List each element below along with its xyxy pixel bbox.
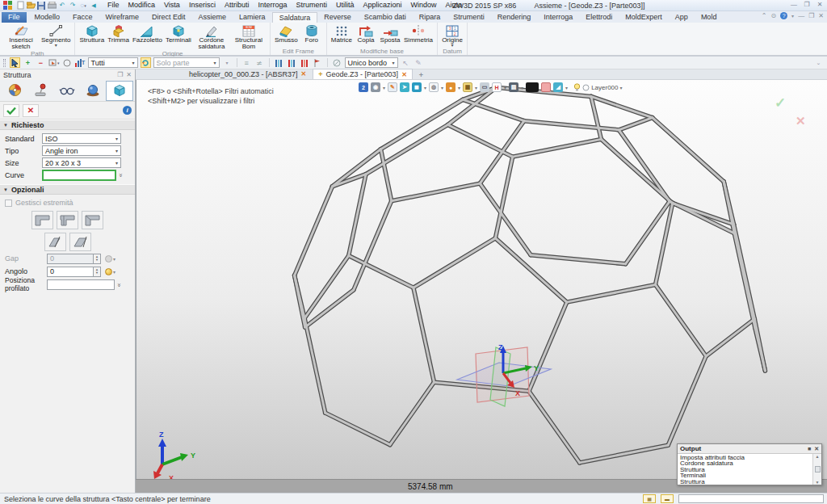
corner-butt-button[interactable]	[31, 211, 53, 229]
ribbon-tab-strumenti[interactable]: Strumenti	[447, 12, 491, 23]
origine-datum-button[interactable]: 312 Origine ▾	[440, 23, 464, 48]
output-stop-icon[interactable]: ■	[808, 446, 811, 452]
shade-cube-icon[interactable]: ◼	[412, 82, 422, 92]
cordone-saldatura-button[interactable]: Cordone saldatura	[193, 23, 230, 50]
size-select[interactable]: 20 x 20 x 3▾	[42, 158, 121, 168]
edge-mode-icon[interactable]	[332, 57, 342, 68]
ribbon-tab-app[interactable]: App	[669, 12, 695, 23]
collapse-ribbon-icon[interactable]: ⌃	[762, 12, 767, 19]
tab-close-icon[interactable]: ✕	[401, 71, 407, 78]
new-file-icon[interactable]	[15, 1, 25, 10]
ribbon-tab-interroga[interactable]: Interroga	[537, 12, 579, 23]
datum-planes[interactable]: Z Y X	[457, 343, 551, 406]
angolo-option-button[interactable]: ▾	[105, 268, 115, 275]
status-collapse-icon[interactable]: ▬	[661, 494, 674, 503]
camera-icon[interactable]: ◉	[371, 82, 380, 92]
menu-utilita[interactable]: Utilità	[332, 0, 359, 10]
ribbon-tab-mold[interactable]: Mold	[695, 12, 724, 23]
status-table-icon[interactable]: ▦	[643, 494, 656, 503]
end-trim-button[interactable]	[44, 233, 66, 251]
output-close-icon[interactable]: ✕	[814, 446, 819, 452]
simmetria-button[interactable]: Simmetria	[402, 23, 434, 44]
curve-expand-icon[interactable]: »	[117, 174, 124, 176]
hand-tool-icon[interactable]: ≄	[254, 57, 265, 68]
flag-icon[interactable]	[313, 57, 323, 68]
standard-select[interactable]: ISO▾	[42, 133, 121, 144]
trimma-button[interactable]: Trimma	[106, 23, 131, 44]
list-tool-icon[interactable]: ≡	[241, 57, 252, 68]
3d-viewport[interactable]: Z Y X Z Y X <F8> o <Shift+Rotella> Filtr…	[136, 80, 827, 479]
panel-dock-icon[interactable]: ❐	[117, 71, 123, 78]
ok-button[interactable]	[3, 104, 19, 117]
monitor-small-icon[interactable]: ▭	[480, 82, 489, 92]
posiziona-input[interactable]	[47, 279, 115, 290]
angolo-spinner[interactable]: ▲▼	[94, 267, 101, 277]
menu-inserisci[interactable]: Inserisci	[185, 0, 220, 10]
remove-selection-icon[interactable]: −	[36, 57, 46, 68]
scope-extra-caret-icon[interactable]: ▾	[222, 57, 233, 68]
select-cursor-icon[interactable]	[10, 57, 20, 68]
redline-icon[interactable]: ➤	[400, 82, 409, 92]
ribbon-tab-wireframe[interactable]: Wireframe	[99, 12, 146, 23]
scroll-down-icon[interactable]: ▼	[816, 480, 820, 485]
settings-icon[interactable]: ⊙	[770, 12, 776, 19]
ribbon-tab-ripara[interactable]: Ripara	[413, 12, 447, 23]
back-icon[interactable]: ◀	[89, 1, 99, 10]
ribbon-tab-file[interactable]: File	[2, 12, 27, 23]
new-tab-button[interactable]: +	[414, 71, 428, 79]
wireframe-globe-icon[interactable]: ◍	[429, 82, 439, 92]
layer-control[interactable]: Layer000 ▾	[573, 83, 622, 92]
pick-box-icon[interactable]: ▾	[48, 57, 60, 68]
foro-button[interactable]: Foro	[300, 23, 324, 44]
render-ball-icon[interactable]: ●	[446, 82, 455, 92]
inserisci-sketch-button[interactable]: Inserisci sketch	[2, 23, 40, 50]
close-button[interactable]: ✕	[815, 1, 825, 8]
doc-close-button[interactable]: ✕	[818, 12, 824, 19]
refresh-icon[interactable]	[141, 57, 151, 68]
plane-swatch-icon[interactable]	[541, 82, 551, 92]
stack-red-icon[interactable]	[300, 57, 310, 68]
cancel-x-icon[interactable]: ✕	[796, 114, 806, 128]
minimize-button[interactable]: —	[789, 1, 799, 8]
open-file-icon[interactable]	[26, 1, 36, 10]
localize-icon[interactable]: 2	[359, 82, 368, 92]
eraser-icon[interactable]: ✎	[388, 82, 397, 92]
toolbar-grip[interactable]	[3, 59, 6, 67]
tab-render[interactable]	[80, 81, 106, 101]
ribbon-tab-scambio-dati[interactable]: Scambio dati	[358, 12, 413, 23]
ribbon-tab-lamiera[interactable]: Lamiera	[233, 12, 272, 23]
section-richiesto[interactable]: ▼ Richiesto	[0, 120, 135, 130]
doc-tab-helicopter[interactable]: helicopter_00_000.Z3 - [ABSR37] ✕	[184, 69, 311, 79]
background-swatch-icon[interactable]	[526, 82, 539, 92]
info-icon[interactable]: i	[123, 106, 132, 115]
stack-mixed-icon[interactable]	[287, 57, 297, 68]
angolo-input[interactable]: 0	[47, 267, 94, 277]
menu-file[interactable]: File	[103, 0, 124, 10]
stack-blue-icon[interactable]	[274, 57, 284, 68]
edge-mode-select[interactable]: Unico bordo▾	[345, 57, 398, 68]
related-icon[interactable]: ✎	[414, 57, 424, 68]
filter-select[interactable]: Tutti▾	[88, 57, 138, 68]
menu-window[interactable]: Window	[407, 0, 441, 10]
curve-input[interactable]	[42, 170, 116, 181]
corner-miter-button[interactable]	[82, 211, 103, 229]
regen-icon[interactable]: ◌▾	[78, 1, 88, 10]
end-extend-button[interactable]	[69, 233, 91, 251]
panel-close-icon[interactable]: ✕	[126, 71, 132, 78]
print-icon[interactable]	[47, 1, 57, 10]
redo-icon[interactable]: ↷	[68, 1, 78, 10]
ribbon-tab-rendering[interactable]: Rendering	[491, 12, 538, 23]
matrice-button[interactable]: Matrice	[330, 23, 354, 44]
ribbon-tab-saldatura[interactable]: Saldatura	[272, 12, 318, 23]
gap-spinner[interactable]: ▲▼	[94, 254, 101, 264]
filter-chart-icon[interactable]: T	[75, 57, 86, 68]
lasso-icon[interactable]	[62, 57, 73, 68]
confirm-check-icon[interactable]: ✓	[775, 94, 786, 111]
undo-icon[interactable]: ↶	[57, 1, 67, 10]
structural-bom-button[interactable]: BOM Structural Bom	[230, 23, 267, 50]
menu-interroga[interactable]: Interroga	[254, 0, 291, 10]
ribbon-tab-elettrodi[interactable]: Elettrodi	[579, 12, 619, 23]
tab-appearance[interactable]	[2, 81, 27, 101]
tab-visualize[interactable]	[53, 81, 79, 101]
smusso-button[interactable]: Smusso	[273, 23, 300, 44]
